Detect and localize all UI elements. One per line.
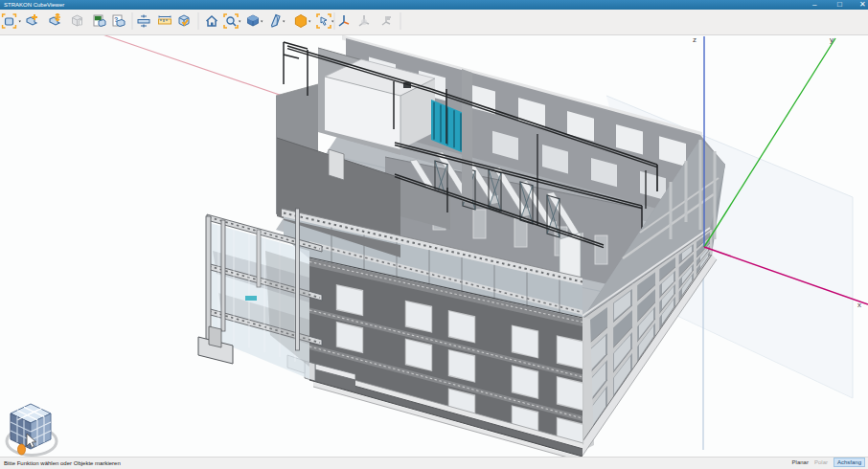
svg-text:z: z (693, 35, 697, 44)
svg-text:?: ? (114, 16, 118, 23)
svg-text:x: x (857, 301, 861, 309)
svg-text:y: y (830, 35, 834, 44)
